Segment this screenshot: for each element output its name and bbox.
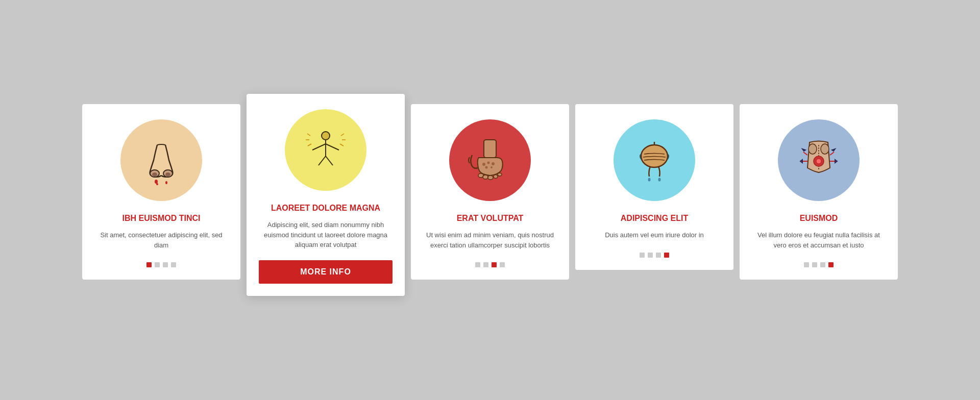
card-text-1: Sit amet, consectetuer adipiscing elit, … xyxy=(94,230,228,250)
dot-4-3 xyxy=(656,253,661,258)
svg-line-13 xyxy=(307,134,310,136)
card-text-5: Vel illum dolore eu feugiat nulla facili… xyxy=(752,230,886,250)
card-icon-circle-3 xyxy=(449,119,531,201)
svg-point-6 xyxy=(156,183,158,185)
card-bladder: ADIPISCING ELIT Duis autem vel eum iriur… xyxy=(575,104,733,269)
svg-point-29 xyxy=(491,166,493,168)
card-icon-circle-5 xyxy=(778,119,860,201)
dot-4-4 xyxy=(664,253,669,258)
card-text-4: Duis autem vel eum iriure dolor in xyxy=(605,230,704,240)
svg-point-5 xyxy=(165,181,167,184)
dot-3-3 xyxy=(492,262,497,267)
svg-line-40 xyxy=(830,152,834,155)
svg-point-23 xyxy=(494,175,498,179)
dot-3-1 xyxy=(475,262,480,267)
card-title-5: EUISMOD xyxy=(800,213,838,224)
svg-point-26 xyxy=(487,162,490,164)
dot-4-1 xyxy=(640,253,645,258)
dot-5-2 xyxy=(812,262,817,267)
card-title-1: IBH EUISMOD TINCI xyxy=(122,213,201,224)
dot-1-2 xyxy=(155,262,160,267)
cards-container: IBH EUISMOD TINCI Sit amet, consectetuer… xyxy=(72,94,908,306)
svg-point-33 xyxy=(658,178,661,182)
card-body-pain: LAOREET DOLORE MAGNA Adipiscing elit, se… xyxy=(247,94,405,295)
svg-line-15 xyxy=(308,144,311,146)
svg-line-11 xyxy=(318,156,326,165)
dot-3-4 xyxy=(500,262,505,267)
dot-4-2 xyxy=(648,253,653,258)
dot-5-4 xyxy=(828,262,834,267)
card-text-3: Ut wisi enim ad minim veniam, quis nostr… xyxy=(423,230,557,250)
svg-marker-43 xyxy=(800,160,802,163)
svg-point-2 xyxy=(152,172,157,177)
svg-point-32 xyxy=(648,178,651,182)
svg-point-4 xyxy=(155,180,158,184)
card-nose: IBH EUISMOD TINCI Sit amet, consectetuer… xyxy=(82,104,240,280)
dot-1-4 xyxy=(171,262,176,267)
svg-point-27 xyxy=(492,162,495,165)
svg-line-16 xyxy=(341,134,344,136)
svg-line-9 xyxy=(312,144,326,150)
svg-marker-44 xyxy=(835,160,837,163)
svg-line-10 xyxy=(326,144,339,150)
card-dots-1 xyxy=(146,262,176,267)
svg-point-24 xyxy=(498,173,502,176)
card-icon-circle-2 xyxy=(285,109,366,191)
dot-1-3 xyxy=(163,262,168,267)
dot-3-2 xyxy=(483,262,488,267)
svg-point-36 xyxy=(821,144,829,154)
svg-point-22 xyxy=(488,176,493,180)
svg-line-12 xyxy=(326,156,333,165)
back-body-icon xyxy=(793,135,844,186)
card-icon-circle-4 xyxy=(614,119,695,201)
svg-line-39 xyxy=(803,152,807,155)
svg-marker-45 xyxy=(802,149,805,151)
svg-point-28 xyxy=(485,166,488,169)
card-title-2: LAOREET DOLORE MAGNA xyxy=(271,203,380,214)
svg-point-21 xyxy=(483,175,488,179)
dot-5-3 xyxy=(820,262,825,267)
card-dots-5 xyxy=(804,262,834,267)
card-dots-4 xyxy=(640,253,669,258)
dot-5-1 xyxy=(804,262,809,267)
card-dots-3 xyxy=(475,262,505,267)
card-title-4: ADIPISCING ELIT xyxy=(621,213,688,224)
foot-icon xyxy=(464,135,516,186)
svg-point-3 xyxy=(165,172,170,177)
dot-1-1 xyxy=(146,262,152,267)
body-pain-icon xyxy=(300,124,351,176)
card-foot: ERAT VOLUTPAT Ut wisi enim ad minim veni… xyxy=(411,104,569,280)
bladder-icon xyxy=(629,135,680,186)
card-title-3: ERAT VOLUTPAT xyxy=(457,213,524,224)
more-info-button[interactable]: MORE INFO xyxy=(259,260,393,284)
svg-rect-19 xyxy=(484,140,496,158)
svg-line-18 xyxy=(340,144,344,146)
svg-marker-46 xyxy=(832,149,835,151)
svg-point-35 xyxy=(808,144,817,154)
svg-point-38 xyxy=(816,159,821,164)
nose-icon xyxy=(136,135,187,186)
svg-point-25 xyxy=(482,163,485,166)
card-icon-circle-1 xyxy=(120,119,202,201)
card-text-2: Adipiscing elit, sed diam nonummy nibh e… xyxy=(259,220,393,250)
svg-point-7 xyxy=(322,132,330,140)
card-back: EUISMOD Vel illum dolore eu feugiat null… xyxy=(740,104,898,280)
